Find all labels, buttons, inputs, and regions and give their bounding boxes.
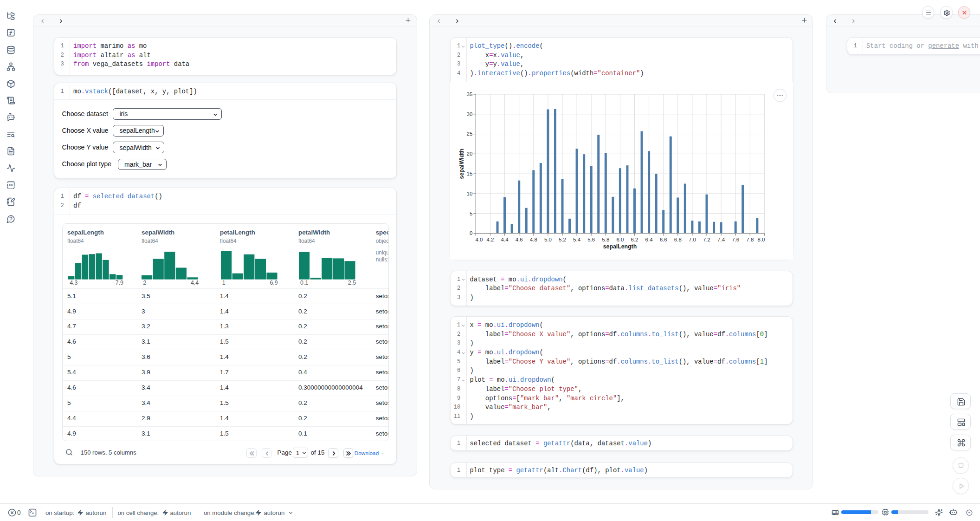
svg-text:15: 15 [467, 170, 473, 176]
svg-text:25: 25 [467, 131, 473, 137]
svg-text:5.4: 5.4 [573, 236, 581, 242]
svg-text:5.6: 5.6 [587, 236, 595, 242]
svg-text:6.4: 6.4 [645, 236, 653, 242]
svg-text:4.4: 4.4 [501, 236, 509, 242]
svg-text:4.0: 4.0 [475, 236, 483, 242]
svg-text:5.2: 5.2 [559, 236, 566, 242]
svg-text:35: 35 [467, 91, 473, 97]
svg-text:5.0: 5.0 [544, 236, 552, 242]
svg-text:6.2: 6.2 [631, 236, 638, 242]
svg-text:6.0: 6.0 [616, 236, 624, 242]
svg-text:7.4: 7.4 [717, 236, 725, 242]
svg-text:0: 0 [470, 230, 472, 236]
svg-text:5.8: 5.8 [602, 236, 609, 242]
svg-text:7.8: 7.8 [746, 236, 754, 242]
svg-text:4.8: 4.8 [530, 236, 537, 242]
svg-text:7.6: 7.6 [732, 236, 739, 242]
svg-text:7.2: 7.2 [703, 236, 710, 242]
svg-text:30: 30 [467, 111, 473, 117]
svg-text:4.6: 4.6 [516, 236, 523, 242]
svg-text:6.8: 6.8 [674, 236, 682, 242]
svg-text:5: 5 [470, 210, 472, 216]
svg-text:4.2: 4.2 [487, 236, 494, 242]
svg-text:6.6: 6.6 [660, 236, 667, 242]
svg-text:10: 10 [467, 190, 473, 196]
svg-text:7.0: 7.0 [689, 236, 696, 242]
svg-text:8.0: 8.0 [757, 236, 765, 242]
svg-text:sepalLength: sepalLength [603, 243, 637, 249]
svg-text:20: 20 [467, 151, 473, 156]
svg-text:sepalWidth: sepalWidth [458, 148, 465, 178]
